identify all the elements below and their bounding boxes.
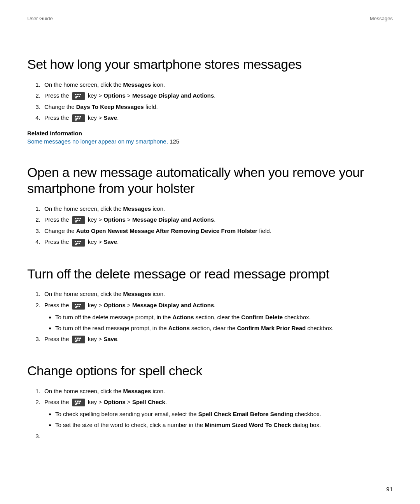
svg-rect-2 bbox=[75, 96, 75, 97]
svg-rect-11 bbox=[78, 118, 80, 119]
period: . bbox=[117, 336, 119, 342]
step-3: Change the Days To Keep Messages field. bbox=[42, 103, 393, 111]
options-bold: Options bbox=[103, 302, 126, 308]
days-to-keep-bold: Days To Keep Messages bbox=[76, 103, 144, 110]
svg-rect-20 bbox=[75, 221, 77, 222]
section-title: Turn off the delete message or read mess… bbox=[27, 266, 393, 282]
steps-list: On the home screen, click the Messages i… bbox=[27, 290, 393, 343]
section-store-duration: Set how long your smartphone stores mess… bbox=[27, 56, 393, 145]
confirm-mark-prior-read-bold: Confirm Mark Prior Read bbox=[237, 325, 306, 331]
field-period: field. bbox=[257, 228, 271, 234]
period: . bbox=[117, 238, 119, 245]
actions-bold: Actions bbox=[173, 314, 194, 320]
sub-bullets: To check spelling before sending your em… bbox=[44, 410, 393, 429]
field-period: field. bbox=[144, 103, 158, 110]
press-the: Press the bbox=[44, 399, 71, 405]
step-text-post: icon. bbox=[151, 388, 165, 394]
b1-mid: section, clear the bbox=[190, 325, 237, 331]
step-text: On the home screen, click the bbox=[44, 388, 123, 394]
mda-bold: Message Display and Actions bbox=[132, 92, 214, 99]
section-auto-open: Open a new message automatically when yo… bbox=[27, 164, 393, 246]
press-the: Press the bbox=[44, 92, 71, 99]
svg-rect-40 bbox=[79, 338, 81, 339]
svg-rect-14 bbox=[75, 218, 77, 219]
b1-pre: To check spelling before sending your em… bbox=[55, 411, 198, 417]
press-the: Press the bbox=[44, 302, 71, 308]
period: . bbox=[117, 114, 119, 121]
svg-rect-29 bbox=[77, 304, 79, 305]
svg-rect-23 bbox=[75, 243, 75, 244]
svg-rect-21 bbox=[75, 241, 77, 242]
auto-open-bold: Auto Open Newest Message After Removing … bbox=[76, 228, 257, 234]
svg-rect-13 bbox=[75, 119, 77, 121]
svg-rect-19 bbox=[79, 218, 81, 219]
svg-rect-36 bbox=[77, 338, 79, 339]
section-title: Set how long your smartphone stores mess… bbox=[27, 56, 393, 72]
mda-bold: Message Display and Actions bbox=[132, 302, 214, 308]
header-right: Messages bbox=[370, 16, 393, 21]
svg-rect-5 bbox=[79, 94, 81, 95]
section-title: Open a new message automatically when yo… bbox=[27, 164, 393, 196]
blackberry-key-icon bbox=[72, 92, 85, 100]
svg-rect-22 bbox=[77, 241, 79, 242]
section-title: Change options for spell check bbox=[27, 363, 393, 379]
period: . bbox=[214, 216, 215, 223]
options-bold: Options bbox=[103, 92, 126, 99]
step-3 bbox=[42, 432, 393, 440]
press-the: Press the bbox=[44, 336, 71, 342]
svg-rect-45 bbox=[76, 402, 78, 404]
svg-rect-37 bbox=[75, 340, 75, 341]
bullet-2: To turn off the read message prompt, in … bbox=[55, 324, 393, 332]
related-link[interactable]: Some messages no longer appear on my sma… bbox=[27, 138, 170, 145]
page-header: User Guide Messages bbox=[27, 16, 393, 21]
step-4: Press the key > Save. bbox=[42, 114, 393, 122]
svg-rect-7 bbox=[75, 116, 77, 117]
options-bold: Options bbox=[103, 216, 126, 223]
messages-bold: Messages bbox=[123, 290, 151, 297]
blackberry-key-icon bbox=[72, 114, 85, 122]
step-2: Press the key > Options > Message Displa… bbox=[42, 216, 393, 224]
sub-bullets: To turn off the delete message prompt, i… bbox=[44, 313, 393, 332]
step-2: Press the key > Options > Message Displa… bbox=[42, 301, 393, 332]
checkbox-period: checkbox. bbox=[283, 314, 311, 320]
blackberry-key-icon bbox=[72, 216, 85, 224]
svg-rect-35 bbox=[75, 338, 77, 339]
svg-rect-43 bbox=[77, 401, 79, 402]
svg-rect-26 bbox=[79, 241, 81, 242]
svg-rect-9 bbox=[75, 118, 75, 119]
page-number: 91 bbox=[386, 486, 393, 492]
svg-rect-8 bbox=[77, 116, 79, 117]
bullet-1: To turn off the delete message prompt, i… bbox=[55, 313, 393, 321]
messages-bold: Messages bbox=[123, 205, 151, 212]
options-bold: Options bbox=[103, 399, 126, 405]
period: . bbox=[165, 399, 167, 405]
svg-rect-15 bbox=[77, 218, 79, 219]
svg-rect-32 bbox=[78, 306, 80, 307]
related-link-row: Some messages no longer appear on my sma… bbox=[27, 138, 393, 145]
gt: > bbox=[126, 216, 132, 223]
step-text: On the home screen, click the bbox=[44, 205, 123, 212]
svg-rect-42 bbox=[75, 401, 77, 402]
bullet-2: To set the size of the word to check, cl… bbox=[55, 421, 393, 429]
document-page: User Guide Messages Set how long your sm… bbox=[0, 0, 420, 504]
blackberry-key-icon bbox=[72, 336, 85, 343]
messages-bold: Messages bbox=[123, 388, 151, 394]
spell-check-before-bold: Spell Check Email Before Sending bbox=[198, 411, 293, 417]
bullet-1: To check spelling before sending your em… bbox=[55, 410, 393, 418]
step-1: On the home screen, click the Messages i… bbox=[42, 205, 393, 213]
svg-rect-25 bbox=[78, 243, 80, 244]
svg-rect-28 bbox=[75, 304, 77, 305]
svg-rect-10 bbox=[76, 118, 78, 119]
save-bold: Save bbox=[103, 238, 117, 245]
svg-rect-44 bbox=[75, 402, 75, 404]
svg-rect-6 bbox=[75, 97, 77, 98]
step-4: Press the key > Save. bbox=[42, 238, 393, 246]
step-3: Press the key > Save. bbox=[42, 335, 393, 343]
checkbox-period: checkbox. bbox=[306, 325, 334, 331]
b1-mid: section, clear the bbox=[194, 314, 242, 320]
save-bold: Save bbox=[103, 114, 117, 121]
key-gt: key > bbox=[86, 399, 104, 405]
gt: > bbox=[126, 399, 132, 405]
step-2: Press the key > Options > Spell Check. T… bbox=[42, 398, 393, 429]
period: . bbox=[214, 92, 215, 99]
